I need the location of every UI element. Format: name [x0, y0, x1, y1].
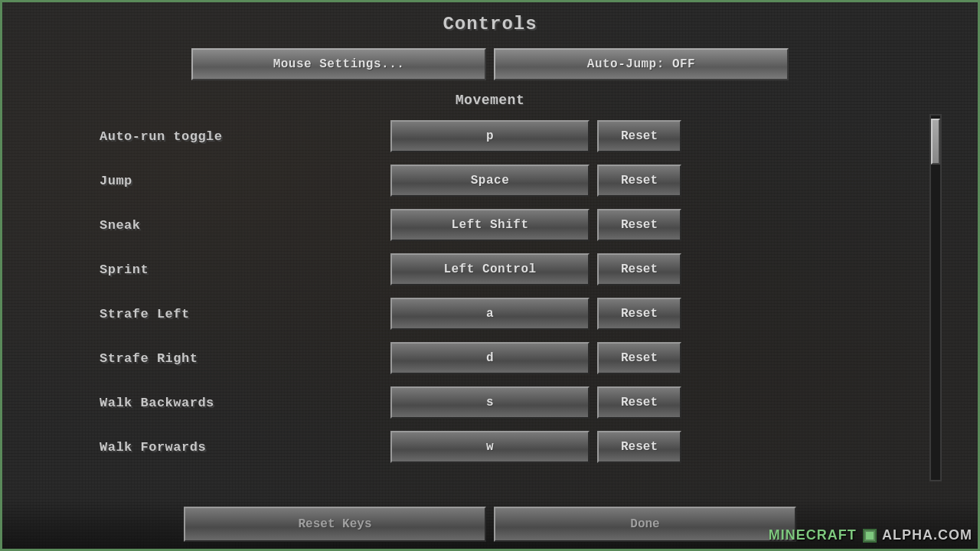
key-button-0[interactable]: p	[390, 120, 590, 152]
watermark-alpha: ALPHA.COM	[882, 527, 972, 543]
control-row: Strafe RightdReset	[38, 336, 942, 380]
control-row: Walk BackwardssReset	[38, 380, 942, 425]
watermark: MINECRAFT ALPHA.COM	[769, 527, 972, 543]
page-title: Controls	[443, 14, 537, 34]
reset-button-2[interactable]: Reset	[597, 209, 681, 241]
control-label-4: Strafe Left	[38, 307, 390, 321]
reset-button-5[interactable]: Reset	[597, 342, 681, 374]
control-label-3: Sprint	[38, 262, 390, 277]
reset-button-1[interactable]: Reset	[597, 165, 681, 197]
control-row: SneakLeft ShiftReset	[38, 203, 942, 247]
done-button[interactable]: Done	[494, 507, 796, 542]
control-label-7: Walk Forwards	[38, 440, 390, 455]
watermark-minecraft: MINECRAFT	[769, 527, 857, 543]
top-buttons-container: Mouse Settings... Auto-Jump: OFF	[191, 48, 789, 80]
movement-section-header: Movement	[191, 93, 789, 108]
control-row: JumpSpaceReset	[38, 158, 942, 203]
key-button-7[interactable]: w	[390, 431, 590, 463]
control-row: Walk ForwardswReset	[38, 425, 942, 469]
key-button-4[interactable]: a	[390, 298, 590, 330]
auto-jump-button[interactable]: Auto-Jump: OFF	[494, 48, 789, 80]
control-label-0: Auto-run toggle	[38, 129, 390, 144]
reset-button-0[interactable]: Reset	[597, 120, 681, 152]
reset-keys-button[interactable]: Reset Keys	[184, 507, 486, 542]
control-label-2: Sneak	[38, 218, 390, 233]
key-button-1[interactable]: Space	[390, 165, 590, 197]
control-label-6: Walk Backwards	[38, 396, 390, 410]
reset-button-7[interactable]: Reset	[597, 431, 681, 463]
scrollbar-thumb[interactable]	[931, 119, 940, 165]
mouse-settings-button[interactable]: Mouse Settings...	[191, 48, 486, 80]
background: Controls Mouse Settings... Auto-Jump: OF…	[0, 0, 980, 551]
controls-list: Auto-run togglepResetJumpSpaceResetSneak…	[38, 114, 942, 469]
reset-button-6[interactable]: Reset	[597, 386, 681, 419]
key-button-5[interactable]: d	[390, 342, 590, 374]
control-row: SprintLeft ControlReset	[38, 247, 942, 292]
key-button-3[interactable]: Left Control	[390, 253, 590, 285]
watermark-icon	[863, 529, 877, 543]
control-label-1: Jump	[38, 174, 390, 188]
control-label-5: Strafe Right	[38, 351, 390, 366]
key-button-2[interactable]: Left Shift	[390, 209, 590, 241]
scrollbar[interactable]	[929, 114, 942, 481]
key-button-6[interactable]: s	[390, 386, 590, 419]
controls-area: Auto-run togglepResetJumpSpaceResetSneak…	[38, 114, 942, 469]
control-row: Auto-run togglepReset	[38, 114, 942, 158]
reset-button-3[interactable]: Reset	[597, 253, 681, 285]
reset-button-4[interactable]: Reset	[597, 298, 681, 330]
control-row: Strafe LeftaReset	[38, 292, 942, 336]
